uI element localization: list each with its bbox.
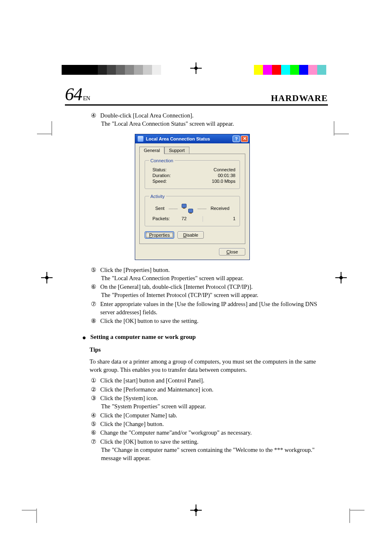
grayscale-swatch — [62, 65, 71, 75]
step-line: ⑦Click the [OK] button to save the setti… — [90, 438, 328, 446]
grayscale-swatches — [62, 65, 161, 75]
step-continuation: The "Properties of Internet Protocol (TC… — [101, 291, 328, 299]
crosshair-right-icon — [335, 272, 347, 283]
lan-status-dialog: Local Area Connection Status ? ✕ General… — [135, 134, 250, 260]
connection-row-label: Speed: — [149, 179, 167, 184]
step-line: ⑤Click the [Properties] button. — [90, 266, 328, 274]
properties-button-label-rest: roperties — [152, 233, 170, 237]
disable-button-label-rest: isable — [187, 233, 198, 237]
packets-sent-value: 72 — [170, 216, 198, 222]
step-text: On the [General] tab, double-click [Inte… — [100, 283, 328, 291]
activity-group: Activity Sent —— —— Received Packets: 72 — [145, 194, 240, 226]
bottom-step-list: ①Click the [start] button and [Control P… — [65, 376, 328, 462]
step-text: Click the [Performance and Maintenance] … — [100, 385, 328, 394]
crosshair-bottom-icon — [190, 504, 202, 516]
step-line: ⑤Click the [Change] button. — [90, 420, 328, 428]
bullet-dot-icon: ● — [82, 334, 86, 341]
properties-button[interactable]: Properties — [145, 231, 174, 239]
activity-separator — [203, 216, 203, 222]
step-text: Click the [Change] button. — [100, 420, 328, 428]
step-line: ③Click the [System] icon. — [90, 394, 328, 402]
packets-label: Packets: — [152, 216, 170, 222]
crosshair-left-icon — [41, 272, 53, 283]
step-number: ⑦ — [90, 300, 97, 317]
step-line: ①Click the [start] button and [Control P… — [90, 376, 328, 385]
step-continuation: The "Change in computer name" screen con… — [101, 446, 328, 463]
connection-legend: Connection — [149, 158, 175, 163]
cmyk-swatch — [272, 65, 281, 75]
tab-general[interactable]: General — [139, 147, 164, 154]
received-label: Received — [210, 206, 229, 211]
step-line: ②Click the [Performance and Maintenance]… — [90, 385, 328, 394]
step-line: ⑥On the [General] tab, double-click [Int… — [90, 283, 328, 291]
step-line: ⑧Click the [OK] button to save the setti… — [90, 317, 328, 325]
page-content: 64EN HARDWARE ④Double-click [Local Area … — [65, 85, 328, 462]
step-text: Click the [OK] button to save the settin… — [100, 317, 328, 325]
step-text: Click the [System] icon. — [100, 394, 328, 402]
dialog-title: Local Area Connection Status — [146, 136, 233, 141]
grayscale-swatch — [116, 65, 125, 75]
step-text: Click the [Properties] button. — [100, 266, 328, 274]
tips-paragraph: To share data or a printer among a group… — [90, 357, 328, 374]
step-text: Click the [OK] button to save the settin… — [100, 438, 328, 446]
step-number: ④ — [90, 111, 97, 120]
tab-support[interactable]: Support — [164, 147, 189, 154]
grayscale-swatch — [152, 65, 161, 75]
step-number: ⑤ — [90, 420, 97, 428]
connection-row-label: Duration: — [149, 173, 171, 178]
general-tab-panel: Connection Status:ConnectedDuration:00:0… — [139, 154, 245, 244]
activity-legend: Activity — [149, 194, 166, 199]
step-number: ⑧ — [90, 317, 97, 325]
step-number: ⑥ — [90, 428, 97, 437]
disable-button[interactable]: Disable — [178, 231, 204, 239]
trim-mark-bottom-right — [330, 491, 350, 511]
cmyk-swatch — [317, 65, 326, 75]
dialog-titlebar[interactable]: Local Area Connection Status ? ✕ — [135, 134, 249, 143]
grayscale-swatch — [134, 65, 143, 75]
cmyk-swatch — [290, 65, 299, 75]
grayscale-swatch — [107, 65, 116, 75]
page-lang-suffix: EN — [83, 95, 90, 101]
trim-mark-bottom-left — [36, 491, 56, 511]
step-continuation: The "System Properties" screen will appe… — [101, 402, 328, 410]
step-number: ① — [90, 376, 97, 385]
connection-row: Status:Connected — [149, 167, 235, 172]
step-number: ⑥ — [90, 283, 97, 291]
step-number: ④ — [90, 411, 97, 419]
grayscale-swatch — [143, 65, 152, 75]
crosshair-top-icon — [190, 62, 202, 74]
grayscale-swatch — [125, 65, 134, 75]
step-text: Enter appropriate values in the [Use the… — [100, 300, 328, 317]
grayscale-swatch — [98, 65, 107, 75]
step-line: ④Click the [Computer Name] tab. — [90, 411, 328, 419]
cmyk-swatch — [299, 65, 308, 75]
connection-row-value: 100.0 Mbps — [212, 179, 235, 184]
step-number: ⑤ — [90, 266, 97, 274]
dash-right-icon: —— — [197, 206, 206, 211]
cmyk-swatches — [254, 65, 326, 75]
section-title: HARDWARE — [271, 93, 328, 104]
top-step-list: ④Double-click [Local Area Connection].Th… — [65, 111, 328, 128]
step-line: ④Double-click [Local Area Connection]. — [90, 111, 328, 120]
bullet-heading-text: Setting a computer name or work group — [90, 334, 196, 341]
page-number: 64 — [65, 84, 82, 104]
step-text: Change the "Computer name"and/or "workgr… — [100, 428, 328, 437]
cmyk-swatch — [281, 65, 290, 75]
connection-row: Duration:00:01:38 — [149, 173, 235, 178]
close-dialog-button[interactable]: Close — [219, 248, 245, 256]
step-number: ③ — [90, 394, 97, 402]
close-button[interactable]: ✕ — [241, 136, 248, 142]
packets-received-value: 1 — [207, 216, 235, 222]
step-number: ② — [90, 385, 97, 394]
help-button[interactable]: ? — [233, 136, 240, 142]
grayscale-swatch — [80, 65, 89, 75]
step-text: Double-click [Local Area Connection]. — [100, 111, 328, 120]
step-continuation: The "Local Area Connection Status" scree… — [101, 120, 328, 128]
connection-row-value: 00:01:38 — [218, 173, 235, 178]
step-line: ⑦Enter appropriate values in the [Use th… — [90, 300, 328, 317]
connection-row-label: Status: — [149, 167, 166, 172]
page-header: 64EN HARDWARE — [65, 85, 328, 106]
network-activity-icon — [182, 204, 193, 213]
connection-row-value: Connected — [214, 167, 235, 172]
connection-row: Speed:100.0 Mbps — [149, 179, 235, 184]
